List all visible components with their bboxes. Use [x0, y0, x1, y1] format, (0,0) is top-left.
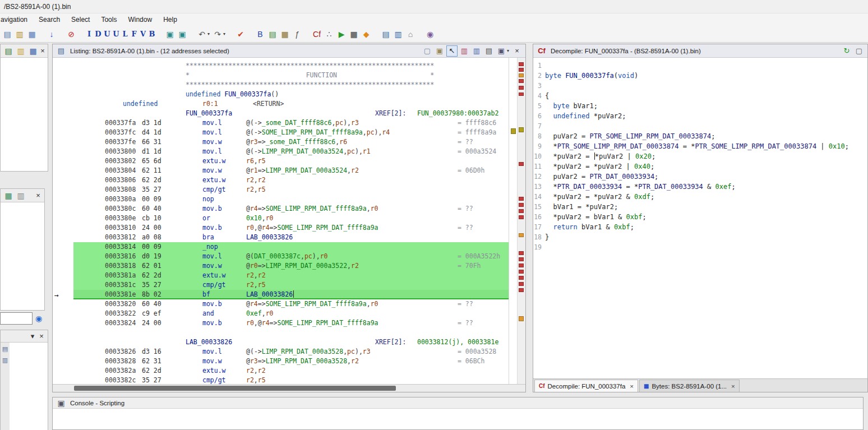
- listing-row[interactable]: 000337fcd4 1dmov.l@(->SOME_LIMP_RPM_DAT_…: [73, 128, 509, 137]
- cursor-arrow-icon[interactable]: ↖: [446, 45, 458, 57]
- paste-icon[interactable]: ▣: [434, 45, 445, 57]
- script-manager-icon[interactable]: ▤: [267, 29, 278, 40]
- listing-row[interactable]: 0003380a00 09nop: [73, 195, 509, 204]
- overview-marker[interactable]: [519, 316, 524, 321]
- overview-marker[interactable]: [519, 251, 524, 255]
- listing-row[interactable]: 0003380662 2dextu.wr2,r2: [73, 175, 509, 185]
- listing-row[interactable]: undefinedr0:1<RETURN>: [73, 99, 509, 109]
- clear-flow-icon[interactable]: ⊘: [66, 29, 77, 40]
- overview-marker[interactable]: [519, 79, 524, 83]
- overview-marker[interactable]: [519, 263, 524, 267]
- overview-marker[interactable]: [519, 197, 524, 201]
- listing-row[interactable]: 0003380835 27cmp/gtr2,r5: [73, 185, 509, 195]
- undo-icon-dropdown[interactable]: ▾: [207, 31, 210, 36]
- overview-marker[interactable]: [519, 62, 524, 66]
- listing-row[interactable]: 0003382862 31mov.w@r3=>LIMP_RPM_DAT_000a…: [73, 357, 509, 366]
- overview-marker[interactable]: [519, 215, 524, 219]
- decompile-line[interactable]: 1: [533, 61, 867, 71]
- listing-row[interactable]: * FUNCTION *: [73, 71, 509, 80]
- menu-item-avigation[interactable]: avigation: [0, 13, 33, 26]
- console-body[interactable]: [53, 409, 863, 429]
- decompile-line[interactable]: 4{: [533, 91, 867, 101]
- overview-marker[interactable]: [519, 93, 524, 96]
- save-icon[interactable]: ▥: [15, 190, 26, 201]
- menu-item-tools[interactable]: Tools: [95, 13, 122, 26]
- close-icon[interactable]: ×: [37, 332, 46, 340]
- listing-row[interactable]: 0003382060 40mov.b@r4=>SOME_LIMP_RPM_DAT…: [73, 299, 509, 309]
- decompile-body[interactable]: 12byte FUN_000337fa(void)34{5 byte bVar1…: [533, 58, 867, 378]
- down-arrow-icon[interactable]: ↓: [46, 29, 57, 40]
- edit-table-icon[interactable]: ▦: [3, 190, 14, 201]
- decompile-line[interactable]: 9 *PTR_SOME_LIMP_RPM_DAT_00033874 = *PTR…: [533, 141, 867, 151]
- overview-marker[interactable]: [519, 73, 524, 77]
- decompiler-icon[interactable]: Cf: [311, 29, 322, 40]
- decompile-line[interactable]: 16 *puVar2 = bVar1 & 0xbf;: [533, 212, 867, 222]
- overview-marker[interactable]: [519, 209, 524, 213]
- listing-row[interactable]: 0003381862 01mov.w@r0=>LIMP_RPM_DAT_000a…: [73, 261, 509, 271]
- copy-icon[interactable]: ▢: [853, 45, 865, 57]
- overview-marker[interactable]: [519, 276, 524, 280]
- listing-row[interactable]: 000337fad3 1dmov.l@(->_some_DAT_ffff88c6…: [73, 118, 509, 128]
- decompile-line[interactable]: 10 *puVar2 = *puVar2 | 0x20;: [533, 151, 867, 161]
- listing-row[interactable]: LAB_00033826XREF[2]:00033812(j), 0003381…: [73, 337, 509, 347]
- decompile-line[interactable]: 12 puVar2 = PTR_DAT_00033934;: [533, 172, 867, 182]
- function-tags-icon[interactable]: ƒ: [292, 29, 303, 40]
- letter-B-icon[interactable]: B: [148, 29, 156, 40]
- redo-icon-dropdown[interactable]: ▾: [223, 31, 225, 36]
- listing-row[interactable]: 0003381c35 27cmp/gtr2,r5: [73, 280, 509, 290]
- paste-block-icon[interactable]: ▣: [177, 29, 188, 40]
- decompile-line[interactable]: 5 byte bVar1;: [533, 101, 867, 111]
- listing-row[interactable]: 0003381024 00mov.br0,@r4=>SOME_LIMP_RPM_…: [73, 223, 509, 233]
- decompile-line[interactable]: 13 *PTR_DAT_00033934 = *PTR_DAT_00033934…: [533, 182, 867, 192]
- symbol-tree-icon[interactable]: ⌂: [405, 29, 416, 40]
- letter-L-icon[interactable]: L: [121, 29, 129, 40]
- close-icon[interactable]: ×: [511, 45, 523, 57]
- console-icon[interactable]: ▣: [56, 397, 67, 409]
- overview-marker[interactable]: [519, 257, 524, 261]
- listing-row[interactable]: [73, 328, 509, 337]
- folder-icon[interactable]: ▥: [15, 45, 26, 57]
- listing-row[interactable]: 0003382c35 27cmp/gtr2,r5: [73, 376, 509, 384]
- left-panel-top-body[interactable]: [1, 58, 48, 171]
- letter-I-icon[interactable]: I: [85, 29, 93, 40]
- overview-marker[interactable]: [519, 270, 524, 274]
- clone-icon-dropdown[interactable]: ▾: [507, 48, 509, 53]
- decompile-line[interactable]: 11 *puVar2 = *puVar2 | 0x40;: [533, 161, 867, 172]
- left-panel-middle-body[interactable]: [1, 202, 44, 310]
- decompile-line[interactable]: 15 bVar1 = *puVar2;: [533, 202, 867, 212]
- overview-marker-column[interactable]: [517, 58, 525, 384]
- listing-row[interactable]: 00033816d0 19mov.l@(DAT_0003387c,pc),r0=…: [73, 252, 509, 261]
- letter-U-icon[interactable]: U: [103, 29, 111, 40]
- decompile-line[interactable]: 8 puVar2 = PTR_SOME_LIMP_RPM_DAT_0003387…: [533, 131, 867, 141]
- overview-marker[interactable]: [519, 86, 524, 90]
- menu-item-window[interactable]: Window: [122, 13, 158, 26]
- listing-row[interactable]: 0003380265 6dextu.wr6,r5: [73, 156, 509, 166]
- decompile-line[interactable]: 14 *puVar2 = *puVar2 & 0xdf;: [533, 192, 867, 202]
- overview-marker[interactable]: [519, 233, 524, 237]
- close-icon[interactable]: ×: [39, 47, 46, 55]
- decompile-line[interactable]: 2byte FUN_000337fa(void): [533, 71, 867, 81]
- tab-decompile[interactable]: CfDecompile: FUN_000337fa×: [534, 380, 638, 392]
- decompile-line[interactable]: 19: [533, 242, 867, 252]
- listing-row[interactable]: ****************************************…: [73, 80, 509, 90]
- letter-V-icon[interactable]: V: [139, 29, 147, 40]
- filter-globe-icon[interactable]: ◉: [33, 313, 44, 324]
- listing-row[interactable]: 0003380c60 40mov.b@r4=>SOME_LIMP_RPM_DAT…: [73, 204, 509, 214]
- printer-icon[interactable]: ▤: [483, 45, 495, 57]
- listing-row[interactable]: 0003381e8b 02bfLAB_00033826: [73, 290, 509, 299]
- decompile-line[interactable]: 18}: [533, 232, 867, 242]
- listing-horizontal-scrollbar[interactable]: [53, 384, 525, 392]
- letter-D-icon[interactable]: D: [94, 29, 102, 40]
- save-icon[interactable]: ▦: [27, 45, 39, 57]
- left-panel-bottom-body[interactable]: [10, 343, 48, 430]
- new-item-icon[interactable]: ▤: [3, 45, 14, 57]
- listing-row[interactable]: 0003382424 00mov.br0,@r4=>SOME_LIMP_RPM_…: [73, 318, 509, 328]
- list-view-icon[interactable]: ▥: [1, 356, 9, 364]
- close-icon[interactable]: ×: [34, 191, 43, 200]
- listing-row[interactable]: 00033826d3 16mov.l@(->LIMP_RPM_DAT_000a3…: [73, 347, 509, 357]
- refresh-icon[interactable]: ↻: [841, 45, 852, 57]
- decompile-line[interactable]: 3: [533, 81, 867, 91]
- redo-icon[interactable]: ↷: [212, 29, 223, 40]
- listing-row[interactable]: 0003382a62 2dextu.wr2,r2: [73, 366, 509, 376]
- diamond-icon[interactable]: ◆: [361, 29, 372, 40]
